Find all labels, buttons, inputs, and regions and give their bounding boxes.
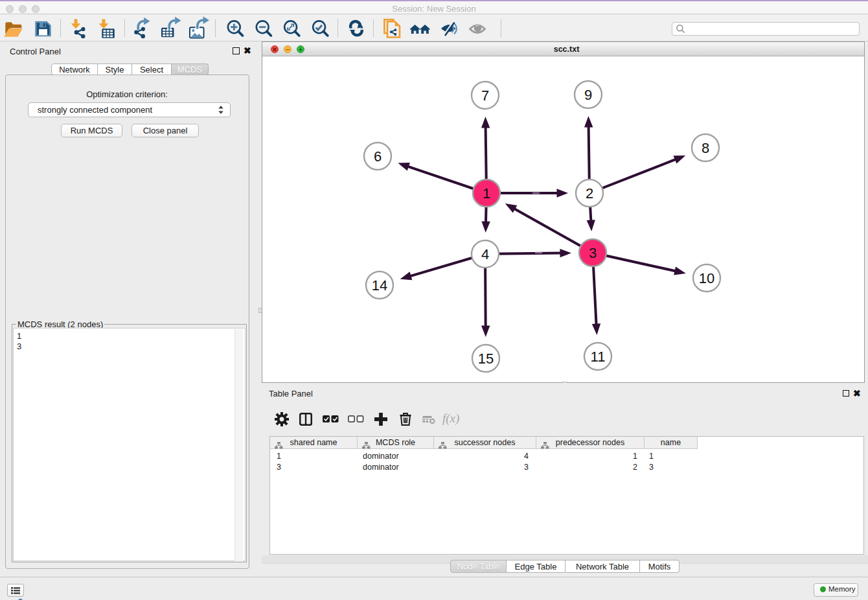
- svg-text:14: 14: [372, 277, 387, 294]
- svg-text:10: 10: [699, 270, 714, 286]
- svg-text:3: 3: [589, 245, 597, 261]
- svg-text:7: 7: [481, 87, 489, 104]
- svg-text:8: 8: [702, 140, 709, 156]
- svg-text:6: 6: [374, 148, 382, 165]
- svg-text:2: 2: [586, 185, 593, 202]
- svg-text:1: 1: [483, 185, 490, 202]
- svg-text:4: 4: [481, 246, 489, 262]
- svg-text:15: 15: [478, 351, 494, 367]
- svg-text:9: 9: [584, 87, 592, 103]
- svg-text:11: 11: [591, 349, 606, 365]
